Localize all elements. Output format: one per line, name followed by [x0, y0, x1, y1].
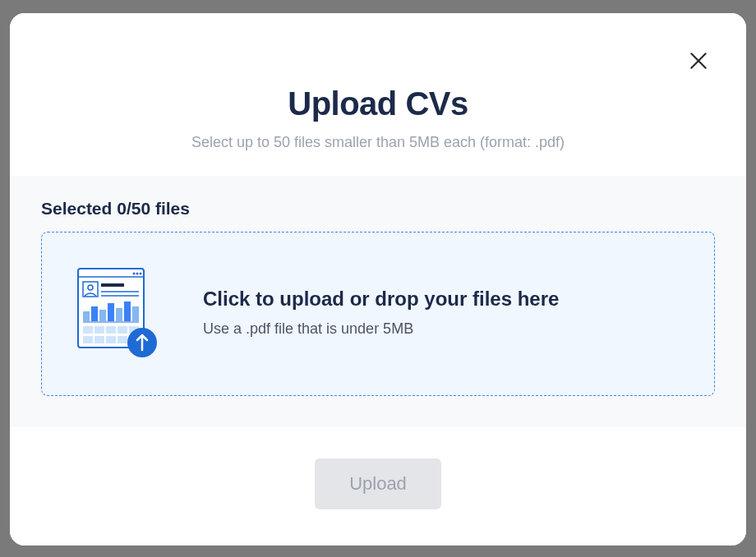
svg-rect-14	[116, 308, 122, 321]
dropzone-hint: Use a .pdf file that is under 5MB	[203, 320, 559, 338]
close-button[interactable]	[685, 48, 712, 74]
svg-rect-10	[83, 311, 90, 321]
modal-footer: Upload	[10, 427, 746, 545]
svg-rect-7	[101, 283, 124, 287]
svg-point-3	[140, 273, 142, 275]
svg-rect-23	[83, 336, 93, 343]
selected-count-label: Selected 0/50 files	[41, 199, 715, 219]
svg-rect-20	[106, 326, 116, 334]
upload-button[interactable]: Upload	[315, 458, 441, 509]
svg-rect-13	[108, 303, 114, 321]
upload-cv-modal: Upload CVs Select up to 50 files smaller…	[10, 13, 746, 545]
svg-point-2	[136, 273, 139, 275]
modal-body: Selected 0/50 files	[10, 176, 746, 427]
dropzone-text: Click to upload or drop your files here …	[203, 288, 559, 338]
modal-subtitle: Select up to 50 files smaller than 5MB e…	[10, 134, 746, 151]
svg-point-1	[133, 273, 136, 275]
svg-rect-21	[118, 326, 127, 334]
svg-rect-19	[94, 326, 104, 334]
close-icon	[688, 50, 709, 71]
svg-rect-24	[94, 336, 104, 343]
svg-rect-18	[83, 326, 93, 334]
document-upload-icon	[76, 267, 159, 357]
modal-header: Upload CVs Select up to 50 files smaller…	[10, 13, 746, 176]
modal-title: Upload CVs	[10, 85, 746, 122]
svg-rect-16	[132, 306, 139, 321]
svg-rect-25	[106, 336, 116, 343]
svg-rect-26	[118, 336, 127, 343]
svg-rect-15	[124, 302, 131, 321]
svg-rect-11	[91, 306, 98, 321]
file-dropzone[interactable]: Click to upload or drop your files here …	[41, 232, 715, 396]
svg-rect-12	[99, 310, 106, 321]
dropzone-title: Click to upload or drop your files here	[203, 288, 559, 311]
